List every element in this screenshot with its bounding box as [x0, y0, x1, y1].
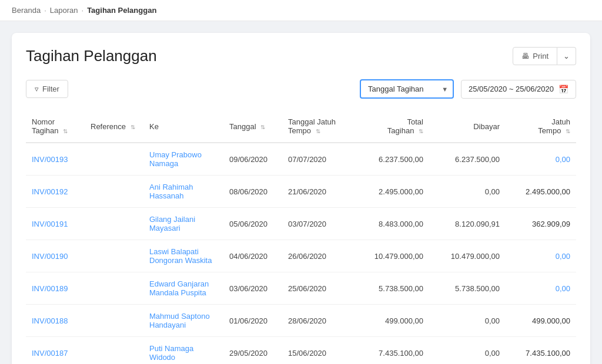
cell-ke-4[interactable]: Edward Ganjaran Mandala Puspita	[143, 272, 223, 305]
cell-ke-1[interactable]: Ani Rahimah Hassanah	[143, 176, 223, 208]
col-header-jatuh-tempo-tgl[interactable]: Tanggal JatuhTempo ⇅	[282, 110, 353, 143]
invoices-table: NomorTagihan ⇅ Reference ⇅ Ke Tanggal ⇅ …	[26, 110, 576, 364]
date-type-select[interactable]: Tanggal Tagihan	[360, 79, 454, 99]
cell-jatuh-tempo-5: 499.000,00	[506, 305, 576, 337]
breadcrumb: Beranda · Laporan · Tagihan Pelanggan	[0, 0, 602, 21]
cell-total-tagihan-2: 8.483.000,00	[353, 208, 429, 240]
cell-reference-1	[85, 176, 143, 208]
table-body: INV/00193 Umay Prabowo Namaga 09/06/2020…	[26, 143, 576, 364]
filter-icon: ▿	[35, 85, 39, 93]
table-row: INV/00188 Mahmud Saptono Handayani 01/06…	[26, 305, 576, 337]
chevron-down-icon: ⌄	[563, 52, 570, 60]
print-button[interactable]: 🖶 Print	[513, 47, 557, 65]
cell-nomor-1[interactable]: INV/00192	[26, 176, 85, 208]
cell-total-tagihan-3: 10.479.000,00	[353, 240, 429, 272]
breadcrumb-home[interactable]: Beranda	[12, 6, 41, 15]
cell-jatuh-tempo-tgl-5: 28/06/2020	[282, 305, 353, 337]
cell-ke-3[interactable]: Laswi Balapati Dongoran Waskita	[143, 240, 223, 272]
cell-reference-5	[85, 305, 143, 337]
cell-tanggal-0: 09/06/2020	[223, 143, 282, 176]
cell-nomor-5[interactable]: INV/00188	[26, 305, 85, 337]
cell-tanggal-3: 04/06/2020	[223, 240, 282, 272]
cell-dibayar-2: 8.120.090,91	[429, 208, 506, 240]
table-row: INV/00187 Puti Namaga Widodo 29/05/2020 …	[26, 337, 576, 365]
table-header-row: NomorTagihan ⇅ Reference ⇅ Ke Tanggal ⇅ …	[26, 110, 576, 143]
print-label: Print	[533, 52, 549, 60]
cell-nomor-3[interactable]: INV/00190	[26, 240, 85, 272]
cell-dibayar-6: 0,00	[429, 337, 506, 365]
cell-nomor-4[interactable]: INV/00189	[26, 272, 85, 305]
cell-total-tagihan-5: 499.000,00	[353, 305, 429, 337]
cell-ke-0[interactable]: Umay Prabowo Namaga	[143, 143, 223, 176]
date-range-picker[interactable]: 25/05/2020 ~ 25/06/2020 📅	[461, 80, 576, 99]
breadcrumb-separator-2: ·	[82, 6, 84, 15]
cell-reference-0	[85, 143, 143, 176]
breadcrumb-current: Tagihan Pelanggan	[87, 6, 156, 15]
filter-button[interactable]: ▿ Filter	[26, 80, 68, 98]
main-container: Tagihan Pelanggan 🖶 Print ⌄ ▿ Filter Tan…	[12, 33, 590, 364]
col-header-dibayar: Dibayar	[429, 110, 506, 143]
col-header-tanggal[interactable]: Tanggal ⇅	[223, 110, 282, 143]
cell-nomor-6[interactable]: INV/00187	[26, 337, 85, 365]
cell-total-tagihan-4: 5.738.500,00	[353, 272, 429, 305]
cell-jatuh-tempo-0: 0,00	[506, 143, 576, 176]
cell-reference-6	[85, 337, 143, 365]
sort-icon-jatuh: ⇅	[566, 128, 570, 134]
col-header-ke: Ke	[143, 110, 223, 143]
cell-dibayar-1: 0,00	[429, 176, 506, 208]
breadcrumb-reports[interactable]: Laporan	[50, 6, 78, 15]
cell-tanggal-5: 01/06/2020	[223, 305, 282, 337]
page-title: Tagihan Pelanggan	[26, 47, 157, 65]
table-row: INV/00193 Umay Prabowo Namaga 09/06/2020…	[26, 143, 576, 176]
cell-tanggal-2: 05/06/2020	[223, 208, 282, 240]
col-header-total-tagihan[interactable]: TotalTagihan ⇅	[353, 110, 429, 143]
col-header-nomor[interactable]: NomorTagihan ⇅	[26, 110, 85, 143]
cell-total-tagihan-0: 6.237.500,00	[353, 143, 429, 176]
cell-jatuh-tempo-tgl-1: 21/06/2020	[282, 176, 353, 208]
sort-icon-nomor: ⇅	[63, 128, 68, 134]
cell-jatuh-tempo-tgl-0: 07/07/2020	[282, 143, 353, 176]
cell-tanggal-6: 29/05/2020	[223, 337, 282, 365]
table-row: INV/00192 Ani Rahimah Hassanah 08/06/202…	[26, 176, 576, 208]
table-row: INV/00189 Edward Ganjaran Mandala Puspit…	[26, 272, 576, 305]
sort-icon-reference: ⇅	[131, 124, 135, 130]
cell-jatuh-tempo-tgl-4: 25/06/2020	[282, 272, 353, 305]
cell-tanggal-4: 03/06/2020	[223, 272, 282, 305]
table-row: INV/00191 Gilang Jailani Mayasari 05/06/…	[26, 208, 576, 240]
col-header-jatuh-tempo[interactable]: JatuhTempo ⇅	[506, 110, 576, 143]
col-header-reference[interactable]: Reference ⇅	[85, 110, 143, 143]
filter-label: Filter	[42, 85, 59, 93]
cell-reference-3	[85, 240, 143, 272]
cell-jatuh-tempo-tgl-3: 26/06/2020	[282, 240, 353, 272]
cell-jatuh-tempo-tgl-6: 15/06/2020	[282, 337, 353, 365]
cell-jatuh-tempo-4: 0,00	[506, 272, 576, 305]
cell-jatuh-tempo-3: 0,00	[506, 240, 576, 272]
cell-reference-4	[85, 272, 143, 305]
cell-dibayar-4: 5.738.500,00	[429, 272, 506, 305]
table-row: INV/00190 Laswi Balapati Dongoran Waskit…	[26, 240, 576, 272]
cell-ke-5[interactable]: Mahmud Saptono Handayani	[143, 305, 223, 337]
sort-icon-total: ⇅	[419, 128, 423, 134]
cell-nomor-2[interactable]: INV/00191	[26, 208, 85, 240]
date-range-value: 25/05/2020 ~ 25/06/2020	[469, 85, 554, 93]
cell-dibayar-5: 0,00	[429, 305, 506, 337]
toolbar: ▿ Filter Tanggal Tagihan ▼ 25/05/2020 ~ …	[26, 79, 576, 99]
sort-icon-jatuh-tgl: ⇅	[316, 128, 320, 134]
cell-nomor-0[interactable]: INV/00193	[26, 143, 85, 176]
cell-dibayar-0: 6.237.500,00	[429, 143, 506, 176]
cell-total-tagihan-1: 2.495.000,00	[353, 176, 429, 208]
printer-icon: 🖶	[521, 52, 529, 60]
cell-total-tagihan-6: 7.435.100,00	[353, 337, 429, 365]
print-dropdown-button[interactable]: ⌄	[557, 47, 576, 65]
cell-jatuh-tempo-1: 2.495.000,00	[506, 176, 576, 208]
calendar-icon: 📅	[558, 85, 568, 94]
header-actions: 🖶 Print ⌄	[513, 47, 576, 65]
cell-ke-6[interactable]: Puti Namaga Widodo	[143, 337, 223, 365]
date-type-wrapper: Tanggal Tagihan ▼	[360, 79, 454, 99]
cell-tanggal-1: 08/06/2020	[223, 176, 282, 208]
cell-reference-2	[85, 208, 143, 240]
cell-jatuh-tempo-2: 362.909,09	[506, 208, 576, 240]
cell-ke-2[interactable]: Gilang Jailani Mayasari	[143, 208, 223, 240]
cell-jatuh-tempo-6: 7.435.100,00	[506, 337, 576, 365]
breadcrumb-separator-1: ·	[44, 6, 46, 15]
